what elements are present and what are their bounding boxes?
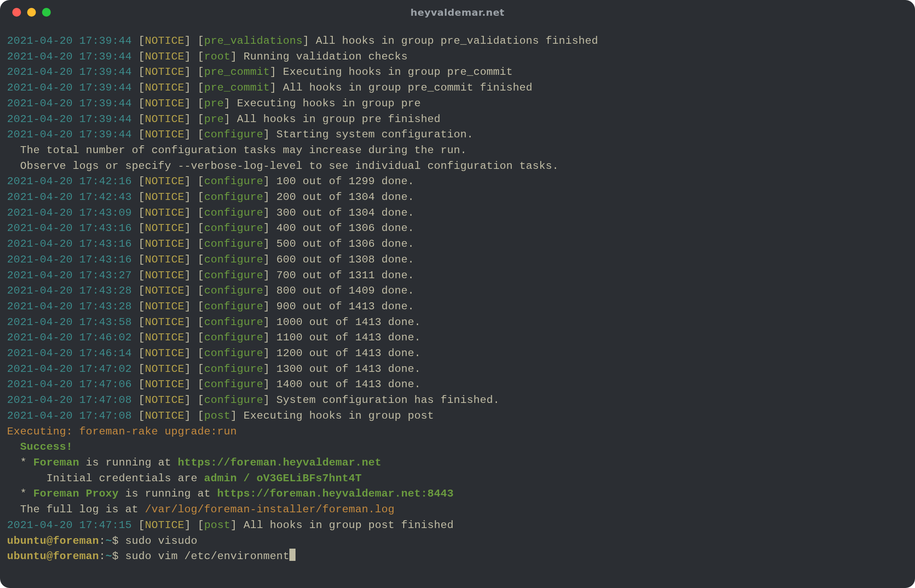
log-line: 2021-04-20 17:47:02 [NOTICE] [configure]… xyxy=(7,361,908,377)
log-level: NOTICE xyxy=(145,191,184,203)
log-message: Starting system configuration. xyxy=(270,129,473,140)
log-line: 2021-04-20 17:39:44 [NOTICE] [pre] Execu… xyxy=(7,96,908,112)
log-message: All hooks in group post finished xyxy=(237,519,454,531)
log-message: All hooks in group pre_validations finis… xyxy=(309,35,598,47)
prompt-path: ~ xyxy=(106,535,112,547)
output-line: The total number of configuration tasks … xyxy=(7,143,908,158)
log-tag: post xyxy=(204,410,230,422)
log-tag: configure xyxy=(204,316,263,328)
terminal-window: heyvaldemar.net 2021-04-20 17:39:44 [NOT… xyxy=(0,0,915,588)
timestamp: 2021-04-20 17:39:44 xyxy=(7,129,132,140)
log-level: NOTICE xyxy=(145,301,184,312)
log-level: NOTICE xyxy=(145,254,184,266)
log-message: 1200 out of 1413 done. xyxy=(270,347,421,359)
log-tag: pre xyxy=(204,98,224,109)
timestamp: 2021-04-20 17:43:27 xyxy=(7,270,132,281)
output-line: Observe logs or specify --verbose-log-le… xyxy=(7,158,908,174)
log-line: 2021-04-20 17:47:06 [NOTICE] [configure]… xyxy=(7,377,908,392)
log-tag: configure xyxy=(204,285,263,297)
timestamp: 2021-04-20 17:43:28 xyxy=(7,301,132,312)
timestamp: 2021-04-20 17:47:08 xyxy=(7,394,132,406)
log-tag: root xyxy=(204,51,230,63)
log-tag: configure xyxy=(204,363,263,375)
log-level: NOTICE xyxy=(145,238,184,250)
log-level: NOTICE xyxy=(145,175,184,187)
log-level: NOTICE xyxy=(145,519,184,531)
timestamp: 2021-04-20 17:47:02 xyxy=(7,363,132,375)
log-message: Executing hooks in group pre_commit xyxy=(276,66,513,78)
cursor-icon xyxy=(289,549,296,561)
creds-line: Initial credentials are admin / oV3GELiB… xyxy=(7,471,908,486)
prompt-user: ubuntu@foreman xyxy=(7,550,99,562)
log-level: NOTICE xyxy=(145,363,184,375)
log-level: NOTICE xyxy=(145,332,184,343)
log-line: 2021-04-20 17:43:16 [NOTICE] [configure]… xyxy=(7,220,908,236)
log-message: 1000 out of 1413 done. xyxy=(270,316,421,328)
zoom-icon[interactable] xyxy=(42,8,51,17)
prompt-line[interactable]: ubuntu@foreman:~$ sudo vim /etc/environm… xyxy=(7,549,908,564)
prompt-user: ubuntu@foreman xyxy=(7,535,99,547)
log-message: 700 out of 1311 done. xyxy=(270,270,414,281)
log-level: NOTICE xyxy=(145,347,184,359)
log-line: 2021-04-20 17:43:16 [NOTICE] [configure]… xyxy=(7,252,908,268)
command-text: sudo vim /etc/environment xyxy=(119,550,289,562)
prompt-path: ~ xyxy=(106,550,112,562)
timestamp: 2021-04-20 17:39:44 xyxy=(7,98,132,109)
timestamp: 2021-04-20 17:46:14 xyxy=(7,347,132,359)
log-tag: pre_validations xyxy=(204,35,303,47)
log-level: NOTICE xyxy=(145,222,184,234)
log-line: 2021-04-20 17:43:28 [NOTICE] [configure]… xyxy=(7,299,908,315)
log-line: 2021-04-20 17:43:27 [NOTICE] [configure]… xyxy=(7,268,908,284)
log-line: 2021-04-20 17:39:44 [NOTICE] [configure]… xyxy=(7,127,908,143)
log-message: Running validation checks xyxy=(237,51,408,63)
log-line: 2021-04-20 17:47:08 [NOTICE] [configure]… xyxy=(7,392,908,408)
log-level: NOTICE xyxy=(145,129,184,140)
log-message: 1100 out of 1413 done. xyxy=(270,332,421,343)
timestamp: 2021-04-20 17:39:44 xyxy=(7,51,132,63)
exec-line: Executing: foreman-rake upgrade:run xyxy=(7,424,908,440)
foreman-line: * Foreman is running at https://foreman.… xyxy=(7,455,908,471)
timestamp: 2021-04-20 17:43:09 xyxy=(7,207,132,219)
log-tag: pre xyxy=(204,113,224,125)
log-level: NOTICE xyxy=(145,207,184,219)
timestamp: 2021-04-20 17:39:44 xyxy=(7,113,132,125)
fulllog-line: The full log is at /var/log/foreman-inst… xyxy=(7,502,908,518)
timestamp: 2021-04-20 17:43:16 xyxy=(7,254,132,266)
timestamp: 2021-04-20 17:43:58 xyxy=(7,316,132,328)
log-level: NOTICE xyxy=(145,410,184,422)
log-line: 2021-04-20 17:43:16 [NOTICE] [configure]… xyxy=(7,236,908,252)
log-message: 500 out of 1306 done. xyxy=(270,238,414,250)
proxy-line: * Foreman Proxy is running at https://fo… xyxy=(7,486,908,502)
log-tag: configure xyxy=(204,238,263,250)
log-tag: pre_commit xyxy=(204,66,270,78)
foreman-url: https://foreman.heyvaldemar.net xyxy=(178,457,381,469)
command-text: sudo visudo xyxy=(119,535,197,547)
log-line: 2021-04-20 17:47:08 [NOTICE] [post] Exec… xyxy=(7,408,908,424)
log-message: 300 out of 1304 done. xyxy=(270,207,414,219)
log-tag: configure xyxy=(204,129,263,140)
log-message: 600 out of 1308 done. xyxy=(270,254,414,266)
log-line: 2021-04-20 17:43:58 [NOTICE] [configure]… xyxy=(7,315,908,330)
log-message: 1300 out of 1413 done. xyxy=(270,363,421,375)
log-line: 2021-04-20 17:46:02 [NOTICE] [configure]… xyxy=(7,330,908,346)
log-tag: configure xyxy=(204,270,263,281)
log-level: NOTICE xyxy=(145,113,184,125)
log-path: /var/log/foreman-installer/foreman.log xyxy=(145,504,394,515)
log-message: 200 out of 1304 done. xyxy=(270,191,414,203)
timestamp: 2021-04-20 17:46:02 xyxy=(7,332,132,343)
credentials: admin / oV3GELiBFs7hnt4T xyxy=(204,472,362,484)
log-line: 2021-04-20 17:43:09 [NOTICE] [configure]… xyxy=(7,205,908,221)
prompt-line[interactable]: ubuntu@foreman:~$ sudo visudo xyxy=(7,533,908,549)
log-line: 2021-04-20 17:39:44 [NOTICE] [pre_commit… xyxy=(7,64,908,80)
log-line: 2021-04-20 17:42:43 [NOTICE] [configure]… xyxy=(7,189,908,205)
terminal-output[interactable]: 2021-04-20 17:39:44 [NOTICE] [pre_valida… xyxy=(0,24,915,570)
close-icon[interactable] xyxy=(12,8,21,17)
timestamp: 2021-04-20 17:47:06 xyxy=(7,378,132,390)
minimize-icon[interactable] xyxy=(27,8,36,17)
window-title: heyvaldemar.net xyxy=(411,7,505,18)
log-level: NOTICE xyxy=(145,285,184,297)
timestamp: 2021-04-20 17:47:15 xyxy=(7,519,132,531)
log-tag: configure xyxy=(204,378,263,390)
log-tag: configure xyxy=(204,222,263,234)
log-level: NOTICE xyxy=(145,394,184,406)
